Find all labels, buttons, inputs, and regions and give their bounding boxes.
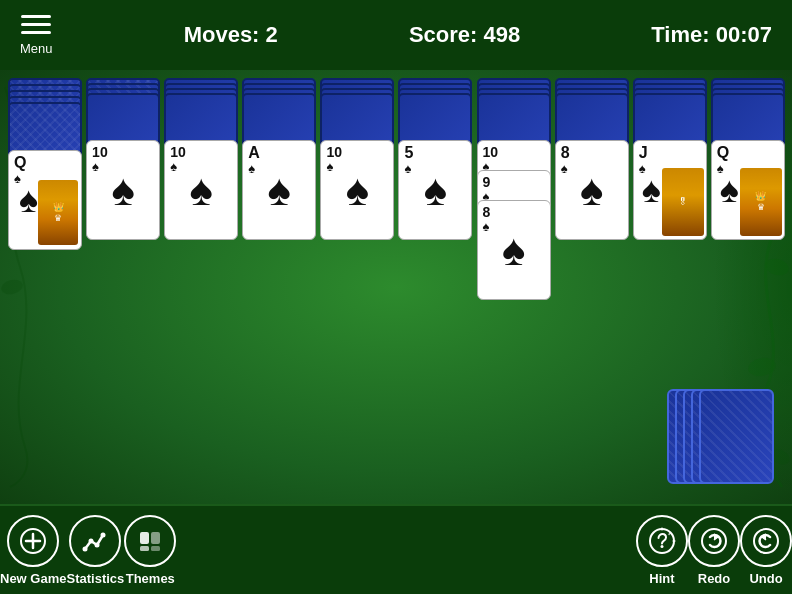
column-8[interactable]: 8 ♠ ♠ bbox=[555, 78, 628, 408]
menu-button[interactable]: Menu bbox=[20, 15, 53, 56]
redo-icon bbox=[688, 515, 740, 567]
moves-display: Moves: 2 bbox=[184, 22, 278, 48]
redo-label: Redo bbox=[698, 571, 731, 586]
face-card-j[interactable]: J ♠ 🎖 ♠ bbox=[633, 140, 707, 240]
statistics-icon bbox=[69, 515, 121, 567]
new-game-icon bbox=[7, 515, 59, 567]
svg-line-20 bbox=[669, 533, 670, 535]
redo-button[interactable]: Redo bbox=[688, 515, 740, 586]
menu-label: Menu bbox=[20, 41, 53, 56]
svg-point-9 bbox=[89, 538, 94, 543]
svg-rect-15 bbox=[140, 546, 149, 551]
svg-point-22 bbox=[702, 529, 726, 553]
face-card-8[interactable]: 8 ♠ ♠ bbox=[555, 140, 629, 240]
face-card-5[interactable]: 5 ♠ ♠ bbox=[398, 140, 472, 240]
game-area: Q ♠ 👑♛ ♠ 10 ♠ bbox=[0, 70, 792, 504]
face-card-8-7c[interactable]: 8 ♠ ♠ bbox=[477, 200, 551, 300]
time-display: Time: 00:07 bbox=[651, 22, 772, 48]
column-10[interactable]: Q ♠ 👑♛ ♠ bbox=[711, 78, 784, 408]
score-display: Score: 498 bbox=[409, 22, 520, 48]
face-card-q2[interactable]: Q ♠ 👑♛ ♠ bbox=[711, 140, 785, 240]
hint-icon bbox=[636, 515, 688, 567]
themes-label: Themes bbox=[126, 571, 175, 586]
hint-label: Hint bbox=[649, 571, 674, 586]
themes-button[interactable]: Themes bbox=[124, 515, 176, 586]
column-4[interactable]: A ♠ ♠ bbox=[242, 78, 315, 408]
svg-rect-13 bbox=[140, 532, 149, 544]
column-6[interactable]: 5 ♠ ♠ bbox=[398, 78, 471, 408]
toolbar: New Game Statistics Themes bbox=[0, 504, 792, 594]
svg-point-12 bbox=[83, 546, 88, 551]
new-game-button[interactable]: New Game bbox=[0, 515, 66, 586]
svg-rect-14 bbox=[151, 532, 160, 544]
undo-icon bbox=[740, 515, 792, 567]
face-card-10-5[interactable]: 10 ♠ ♠ bbox=[320, 140, 394, 240]
face-card-q1[interactable]: Q ♠ 👑♛ ♠ bbox=[8, 150, 82, 250]
undo-label: Undo bbox=[749, 571, 782, 586]
column-5[interactable]: 10 ♠ ♠ bbox=[320, 78, 393, 408]
face-card-10-3[interactable]: 10 ♠ ♠ bbox=[164, 140, 238, 240]
svg-rect-16 bbox=[151, 546, 160, 551]
column-3[interactable]: 10 ♠ ♠ bbox=[164, 78, 237, 408]
column-1[interactable]: Q ♠ 👑♛ ♠ bbox=[8, 78, 81, 408]
header: Menu Moves: 2 Score: 498 Time: 00:07 bbox=[0, 0, 792, 70]
column-2[interactable]: 10 ♠ ♠ bbox=[86, 78, 159, 408]
column-7[interactable]: 10 ♠ ♠ 9 ♠ ♠ 8 ♠ ♠ bbox=[477, 78, 550, 408]
deck-pile[interactable] bbox=[667, 389, 777, 489]
svg-point-11 bbox=[101, 532, 106, 537]
column-9[interactable]: J ♠ 🎖 ♠ bbox=[633, 78, 706, 408]
face-card-10-2[interactable]: 10 ♠ ♠ bbox=[86, 140, 160, 240]
svg-point-23 bbox=[754, 529, 778, 553]
undo-button[interactable]: Undo bbox=[740, 515, 792, 586]
columns-container: Q ♠ 👑♛ ♠ 10 ♠ bbox=[8, 78, 784, 408]
themes-icon bbox=[124, 515, 176, 567]
new-game-label: New Game bbox=[0, 571, 66, 586]
face-card-a[interactable]: A ♠ ♠ bbox=[242, 140, 316, 240]
statistics-label: Statistics bbox=[66, 571, 124, 586]
svg-point-18 bbox=[661, 545, 664, 548]
svg-point-10 bbox=[95, 542, 100, 547]
hint-button[interactable]: Hint bbox=[636, 515, 688, 586]
statistics-button[interactable]: Statistics bbox=[66, 515, 124, 586]
